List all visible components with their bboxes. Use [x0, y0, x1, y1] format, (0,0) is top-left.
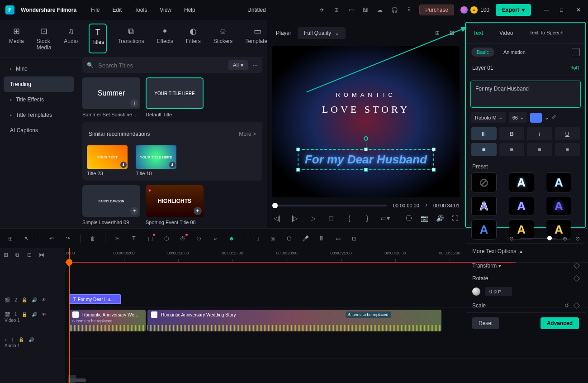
tab-filters[interactable]: ◐Filters [184, 24, 203, 53]
preset-1[interactable]: A [509, 172, 534, 192]
send-icon[interactable]: ✈ [318, 6, 326, 14]
title-clip[interactable]: TFor my Dear Hu... [69, 294, 121, 304]
menu-file[interactable]: File [91, 7, 100, 13]
title-card-lowerthird[interactable]: BARRY DAWSON+ Simple Lowerthird 09 [82, 185, 140, 225]
add-icon[interactable]: + [194, 207, 202, 215]
display-icon[interactable]: ▭ [347, 6, 355, 14]
quality-select[interactable]: Full Quality⌄ [298, 27, 346, 39]
undo-button[interactable]: ↶ [47, 235, 56, 243]
tab-text[interactable]: Text [469, 28, 487, 38]
lock-icon[interactable]: 🔓 [22, 297, 27, 302]
text-tool[interactable]: T [130, 235, 138, 243]
timer-tool[interactable]: ⏲ [195, 235, 203, 243]
zoom-fit-button[interactable]: ⊙ [574, 235, 582, 243]
ai-button[interactable]: ☻ [228, 235, 236, 243]
add-icon[interactable]: + [130, 99, 138, 107]
maximize-button[interactable]: □ [560, 7, 566, 13]
mic-button[interactable]: 🎤 [301, 235, 309, 243]
apps-icon[interactable]: ⠿ [405, 6, 413, 14]
preset-4[interactable]: A [509, 196, 534, 216]
lock-icon[interactable]: 🔓 [22, 312, 27, 317]
step-back-button[interactable]: |▷ [290, 214, 299, 223]
library-icon[interactable]: ⊞ [332, 6, 341, 14]
tab-titles[interactable]: TTitles [89, 24, 107, 53]
record-button[interactable]: ⬚ [252, 235, 261, 243]
save-preset-icon[interactable] [572, 48, 580, 56]
chevron-down-icon[interactable]: ⌄ [545, 115, 549, 121]
prev-frame-button[interactable]: ◁| [272, 214, 281, 223]
align-right-button[interactable]: ≡ [527, 143, 552, 156]
download-icon[interactable]: ⬇ [169, 162, 175, 168]
tab-video[interactable]: Video [496, 28, 517, 38]
menu-help[interactable]: Help [184, 7, 195, 13]
snapshot-icon[interactable]: 📷 [420, 214, 429, 223]
zoom-thumb[interactable] [547, 236, 552, 240]
track-tool-1[interactable]: ⊞ [4, 252, 11, 259]
align-center-button[interactable]: ≡ [499, 143, 525, 156]
handle-br[interactable] [432, 168, 436, 172]
shield-button[interactable]: ⬡ [285, 235, 293, 243]
mark-in-button[interactable]: { [345, 214, 354, 223]
sidebar-mine[interactable]: ▸Mine [4, 61, 74, 77]
lock-icon[interactable]: 🔓 [19, 337, 24, 342]
handle-tr[interactable] [432, 148, 436, 151]
search-input[interactable] [98, 62, 224, 69]
sidebar-trending[interactable]: Trending [4, 77, 74, 92]
progress-thumb[interactable] [272, 203, 278, 208]
mute-icon[interactable]: 🔊 [28, 337, 34, 342]
handle-bl[interactable] [296, 168, 300, 172]
eyedropper-icon[interactable]: ✐ [552, 114, 559, 121]
handle-tc[interactable] [364, 148, 368, 151]
menu-view[interactable]: View [160, 7, 171, 13]
more-tools[interactable]: » [211, 235, 219, 243]
redo-button[interactable]: ↷ [64, 235, 72, 243]
underline-button[interactable]: U [555, 127, 580, 140]
tab-stock[interactable]: ⊡Stock Media [35, 24, 53, 53]
mark-out-button[interactable]: } [363, 214, 372, 223]
more-link[interactable]: More > [239, 131, 256, 137]
ratio-button[interactable]: ▭▾ [381, 214, 390, 223]
filter-all[interactable]: All ▾ [228, 60, 248, 70]
save-icon[interactable]: 🖫 [361, 6, 370, 14]
grid-icon[interactable]: ⊞ [433, 29, 441, 37]
ruler[interactable]: 00:00 00:00:05:00 00:00:10:00 00:00:15:0… [65, 248, 588, 263]
menu-edit[interactable]: Edit [112, 7, 122, 13]
spacing-button[interactable]: ⫼ [471, 127, 497, 140]
track-audio[interactable] [65, 333, 588, 359]
size-select[interactable]: 66⌄ [509, 112, 527, 123]
menu-tools[interactable]: Tools [134, 7, 147, 13]
coin-balance[interactable]: + 100 [460, 6, 489, 14]
timeline-tracks[interactable]: 00:00 00:00:05:00 00:00:10:00 00:00:15:0… [65, 248, 588, 383]
font-select[interactable]: Roboto M⌄ [471, 112, 506, 123]
stop-button[interactable]: □ [327, 214, 336, 223]
scrollbar-thumb[interactable] [68, 378, 86, 382]
export-button[interactable]: Export▾ [496, 4, 531, 16]
track-2[interactable]: TFor my Dear Hu... [65, 291, 588, 308]
selection-tool[interactable]: ⊞ [6, 235, 14, 243]
align-justify-button[interactable]: ≡ [555, 143, 580, 156]
download-icon[interactable]: ⬇ [120, 162, 127, 168]
marker-button[interactable]: ▭ [334, 235, 342, 243]
h-scrollbar[interactable] [65, 378, 588, 382]
crop-tool[interactable]: ⬚ [146, 235, 154, 243]
preset-6[interactable]: A [471, 220, 497, 239]
more-icon[interactable]: ⋯ [252, 62, 258, 68]
delete-button[interactable]: 🗑 [89, 235, 97, 243]
title-card-summer[interactable]: Summer+ Summer Set Sunshine ... [82, 77, 140, 117]
title-card-default[interactable]: YOUR TITLE HERE Default Title [146, 77, 204, 117]
mute-icon[interactable]: 🔊 [32, 297, 37, 302]
image-icon[interactable]: 🖼 [448, 29, 456, 37]
monitor-icon[interactable]: 🖵 [404, 214, 413, 223]
ai-icon[interactable]: ✎AI [570, 65, 579, 71]
preset-5[interactable]: A [546, 196, 571, 216]
purchase-button[interactable]: Purchase [419, 5, 454, 15]
title-card-highlights[interactable]: HIGHLIGHTS♦+ Sporting Event Title 08 [146, 185, 204, 225]
text-overlay-box[interactable]: For my Dear Husband [298, 149, 434, 170]
zoom-slider[interactable] [520, 238, 556, 239]
playhead[interactable] [69, 248, 70, 383]
zoom-out-button[interactable]: ⊖ [507, 235, 516, 243]
add-icon[interactable]: + [130, 207, 138, 215]
pointer-tool[interactable]: ↖ [23, 235, 31, 243]
sidebar-title-effects[interactable]: ▸Title Effects [4, 92, 74, 107]
sidebar-title-templates[interactable]: ▸Title Templates [4, 107, 74, 123]
